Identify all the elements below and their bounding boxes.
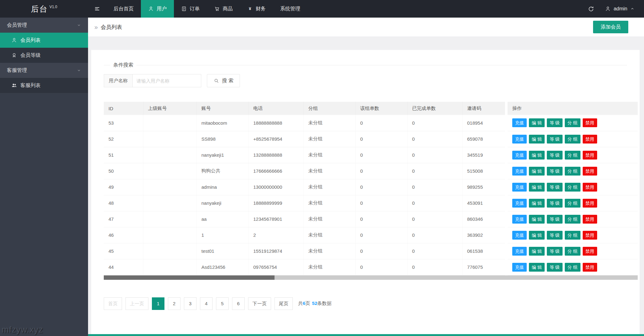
page-button-p2[interactable]: 2 [168, 297, 180, 310]
cell-completed_orders: 0 [407, 195, 462, 211]
action-edit-button[interactable]: 编 辑 [529, 151, 545, 160]
sidebar-item-label: 客服管理 [7, 67, 27, 74]
action-edit-button[interactable]: 编 辑 [529, 118, 545, 127]
action-recharge-button[interactable]: 充值 [512, 247, 527, 256]
page-button-p5[interactable]: 5 [216, 297, 229, 310]
page-button-first[interactable]: 首页 [104, 297, 122, 310]
svg-text:¥: ¥ [249, 6, 251, 11]
page-button-prev[interactable]: 上一页 [125, 297, 148, 310]
action-level-button[interactable]: 等 级 [547, 167, 563, 176]
content-area: 条件搜索 用户名称 搜 索 ID上级账号账号电话分组该组单数已完成单数邀请码操作… [88, 36, 644, 334]
action-group-button[interactable]: 分 组 [565, 231, 580, 240]
action-group-button[interactable]: 分 组 [565, 135, 580, 144]
cell-group: 未分组 [303, 131, 355, 147]
sidebar-item-member-management[interactable]: 会员管理 [0, 18, 88, 33]
sidebar-item-member-list[interactable]: 会员列表 [0, 33, 88, 48]
cell-id: 53 [104, 115, 143, 131]
cell-invite_code: 515008 [462, 163, 506, 179]
action-level-button[interactable]: 等 级 [547, 263, 563, 272]
nav-item-system[interactable]: 系统管理 [273, 0, 308, 18]
action-recharge-button[interactable]: 充值 [512, 167, 527, 176]
action-level-button[interactable]: 等 级 [547, 135, 563, 144]
action-disable-button[interactable]: 禁用 [583, 183, 597, 192]
nav-item-orders[interactable]: 订单 [174, 0, 207, 18]
sidebar-item-member-level[interactable]: 会员等级 [0, 48, 88, 63]
nav-item-finance[interactable]: ¥财务 [240, 0, 273, 18]
cell-phone: 18888888888 [248, 115, 303, 131]
search-button[interactable]: 搜 索 [207, 74, 240, 87]
action-recharge-button[interactable]: 充值 [512, 231, 527, 240]
column-header: 分组 [303, 102, 355, 115]
action-level-button[interactable]: 等 级 [547, 151, 563, 160]
sidebar-item-service-management[interactable]: 客服管理 [0, 63, 88, 78]
action-recharge-button[interactable]: 充值 [512, 183, 527, 192]
page-button-last[interactable]: 尾页 [275, 297, 293, 310]
action-level-button[interactable]: 等 级 [547, 247, 563, 256]
action-group-button[interactable]: 分 组 [565, 183, 580, 192]
action-group-button[interactable]: 分 组 [565, 151, 580, 160]
page-button-p6[interactable]: 6 [232, 297, 245, 310]
cell-account: Asd123456 [197, 259, 248, 275]
nav-item-home[interactable]: 后台首页 [106, 0, 141, 18]
page-button-p4[interactable]: 4 [200, 297, 213, 310]
refresh-button[interactable] [582, 0, 600, 18]
action-recharge-button[interactable]: 充值 [512, 151, 527, 160]
action-group-button[interactable]: 分 组 [565, 167, 580, 176]
action-edit-button[interactable]: 编 辑 [529, 135, 545, 144]
action-level-button[interactable]: 等 级 [547, 199, 563, 208]
action-group-button[interactable]: 分 组 [565, 118, 580, 127]
action-level-button[interactable]: 等 级 [547, 215, 563, 224]
action-edit-button[interactable]: 编 辑 [529, 215, 545, 224]
scrollbar-thumb[interactable] [104, 275, 275, 280]
username-input[interactable] [133, 74, 201, 87]
action-disable-button[interactable]: 禁用 [583, 215, 597, 224]
action-edit-button[interactable]: 编 辑 [529, 231, 545, 240]
action-level-button[interactable]: 等 级 [547, 231, 563, 240]
action-recharge-button[interactable]: 充值 [512, 118, 527, 127]
page-button-p3[interactable]: 3 [184, 297, 197, 310]
add-member-button[interactable]: 添加会员 [593, 21, 628, 33]
action-edit-button[interactable]: 编 辑 [529, 199, 545, 208]
cell-group: 未分组 [303, 259, 355, 275]
action-edit-button[interactable]: 编 辑 [529, 167, 545, 176]
action-recharge-button[interactable]: 充值 [512, 215, 527, 224]
action-group-button[interactable]: 分 组 [565, 263, 580, 272]
cell-invite_code: 776075 [462, 259, 506, 275]
member-icon [11, 37, 17, 43]
action-edit-button[interactable]: 编 辑 [529, 263, 545, 272]
nav-item-users[interactable]: 用户 [141, 0, 174, 18]
action-edit-button[interactable]: 编 辑 [529, 247, 545, 256]
action-disable-button[interactable]: 禁用 [583, 247, 597, 256]
cell-group_orders: 0 [355, 163, 407, 179]
horizontal-scrollbar[interactable] [104, 275, 638, 280]
action-level-button[interactable]: 等 级 [547, 183, 563, 192]
user-menu[interactable]: admin [600, 0, 644, 18]
cell-group: 未分组 [303, 227, 355, 243]
action-disable-button[interactable]: 禁用 [583, 167, 597, 176]
action-group-button[interactable]: 分 组 [565, 247, 580, 256]
action-group-button[interactable]: 分 组 [565, 199, 580, 208]
action-disable-button[interactable]: 禁用 [583, 118, 597, 127]
cell-account: 狗狗公共 [197, 163, 248, 179]
action-edit-button[interactable]: 编 辑 [529, 183, 545, 192]
action-disable-button[interactable]: 禁用 [583, 263, 597, 272]
action-recharge-button[interactable]: 充值 [512, 199, 527, 208]
cell-completed_orders: 0 [407, 163, 462, 179]
page-button-p1[interactable]: 1 [152, 297, 164, 310]
action-recharge-button[interactable]: 充值 [512, 135, 527, 144]
cell-parent_account [143, 131, 197, 147]
cell-invite_code: 018954 [462, 115, 506, 131]
action-level-button[interactable]: 等 级 [547, 118, 563, 127]
column-header: 上级账号 [143, 102, 197, 115]
action-group-button[interactable]: 分 组 [565, 215, 580, 224]
nav-item-goods[interactable]: 商品 [207, 0, 240, 18]
action-disable-button[interactable]: 禁用 [583, 231, 597, 240]
action-disable-button[interactable]: 禁用 [583, 151, 597, 160]
page-button-next[interactable]: 下一页 [248, 297, 271, 310]
action-recharge-button[interactable]: 充值 [512, 263, 527, 272]
menu-collapse-button[interactable] [88, 0, 106, 18]
action-disable-button[interactable]: 禁用 [583, 135, 597, 144]
cell-phone: 18888899999 [248, 195, 303, 211]
action-disable-button[interactable]: 禁用 [583, 199, 597, 208]
sidebar-item-service-list[interactable]: 客服列表 [0, 78, 88, 93]
